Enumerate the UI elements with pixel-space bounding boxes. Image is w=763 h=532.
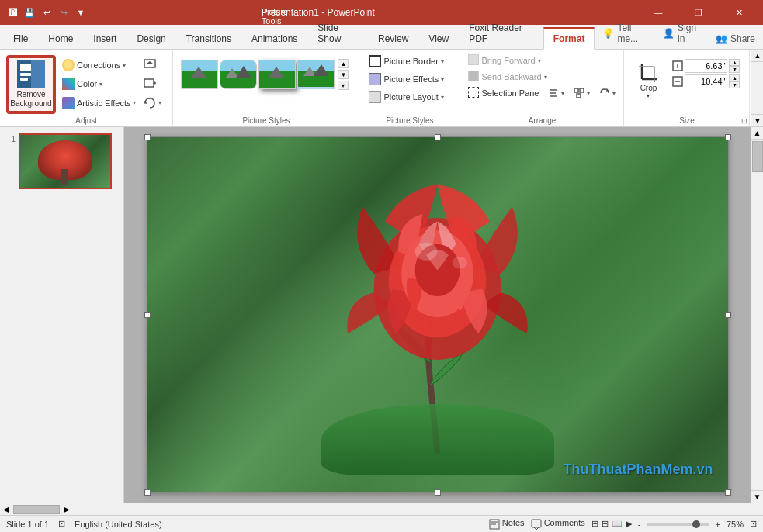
change-picture-button[interactable] xyxy=(140,76,165,92)
styles-expand[interactable]: ▾ xyxy=(338,81,349,90)
height-input[interactable] xyxy=(685,59,727,73)
compress-button[interactable] xyxy=(140,57,165,73)
redo-icon[interactable]: ↪ xyxy=(57,6,70,19)
styles-scroll-down[interactable]: ▼ xyxy=(338,70,349,79)
tell-me-area[interactable]: 💡 Tell me... xyxy=(595,18,655,49)
save-icon[interactable]: 💾 xyxy=(23,6,36,19)
bring-forward-button[interactable]: Bring Forward ▾ xyxy=(465,53,543,68)
status-bar: Slide 1 of 1 ⊡ English (United States) N… xyxy=(0,515,763,532)
group-button[interactable]: ▾ xyxy=(571,86,593,100)
tab-foxit[interactable]: Foxit Reader PDF xyxy=(459,17,543,50)
fit-slide-button[interactable]: ⊡ xyxy=(750,519,757,529)
ribbon-scroll-up[interactable]: ▲ xyxy=(751,50,763,62)
picture-style-1[interactable] xyxy=(181,60,218,89)
tab-design[interactable]: Design xyxy=(127,28,175,50)
slideshow-button[interactable]: ▶ xyxy=(626,519,632,529)
zoom-slider-thumb[interactable] xyxy=(692,520,700,528)
notes-button[interactable]: Notes xyxy=(489,518,525,529)
zoom-in-button[interactable]: + xyxy=(716,520,720,529)
size-inputs: ▲ ▼ ▲ ▼ xyxy=(668,53,744,95)
picture-style-3[interactable] xyxy=(258,60,296,89)
height-down[interactable]: ▼ xyxy=(729,66,740,73)
bring-dropdown[interactable]: ▾ xyxy=(538,57,541,64)
window-title: Presentation1 - PowerPoint Picture Tools xyxy=(262,7,501,18)
zoom-out-button[interactable]: - xyxy=(638,520,641,529)
tab-format[interactable]: Format xyxy=(543,27,595,50)
width-input[interactable] xyxy=(685,74,727,88)
remove-bg-label: Remove Background xyxy=(10,90,51,109)
align-dropdown[interactable]: ▾ xyxy=(561,90,564,97)
color-dropdown[interactable]: ▾ xyxy=(99,81,102,88)
slide-thumbnail-1[interactable] xyxy=(19,133,112,189)
group-dropdown[interactable]: ▾ xyxy=(587,90,590,97)
slide-canvas: ThuThuatPhanMem.vn xyxy=(147,136,729,493)
tab-review[interactable]: Review xyxy=(368,28,418,50)
picture-layout-button[interactable]: Picture Layout ▾ xyxy=(364,88,448,105)
reading-view-button[interactable]: 📖 xyxy=(612,519,623,529)
crop-button[interactable]: Crop ▾ xyxy=(629,53,668,109)
border-dropdown[interactable]: ▾ xyxy=(441,58,444,65)
corrections-dropdown[interactable]: ▾ xyxy=(123,62,126,69)
h-scroll-thumb[interactable] xyxy=(13,505,60,514)
width-down[interactable]: ▼ xyxy=(729,81,740,88)
selection-pane-button[interactable]: Selection Pane xyxy=(465,85,542,101)
zoom-level[interactable]: 75% xyxy=(727,520,744,529)
styles-scroll-up[interactable]: ▲ xyxy=(338,59,349,68)
svg-rect-14 xyxy=(577,94,581,98)
crop-arrow[interactable]: ▾ xyxy=(647,92,650,99)
effects-dropdown[interactable]: ▾ xyxy=(441,76,444,83)
size-group: Crop ▾ ▲ ▼ ▲ ▼ Size ⊡ xyxy=(624,50,750,126)
color-button[interactable]: Color ▾ xyxy=(59,76,139,92)
tab-animations[interactable]: Animations xyxy=(241,28,307,50)
tab-insert[interactable]: Insert xyxy=(83,28,127,50)
close-button[interactable]: ✕ xyxy=(721,0,757,25)
picture-border-icon xyxy=(369,55,381,67)
picture-effects-button[interactable]: Picture Effects ▾ xyxy=(364,71,449,88)
picture-style-4[interactable] xyxy=(297,60,335,89)
picture-border-button[interactable]: Picture Border ▾ xyxy=(364,53,448,70)
remove-background-button[interactable]: Remove Background xyxy=(8,57,54,112)
send-backward-button[interactable]: Send Backward ▾ xyxy=(465,69,550,85)
tab-view[interactable]: View xyxy=(418,28,459,50)
rotate-button[interactable]: ▾ xyxy=(596,86,619,100)
scroll-left-button[interactable]: ◀ xyxy=(0,503,12,516)
artistic-dropdown[interactable]: ▾ xyxy=(133,99,136,106)
send-dropdown[interactable]: ▾ xyxy=(544,74,547,81)
width-spinner[interactable]: ▲ ▼ xyxy=(729,74,740,88)
undo-icon[interactable]: ↩ xyxy=(40,6,53,19)
height-up[interactable]: ▲ xyxy=(729,59,740,66)
picture-style-2[interactable] xyxy=(220,60,257,89)
app-icon: 🅿 xyxy=(6,6,19,19)
scroll-down-button[interactable]: ▼ xyxy=(751,490,764,503)
size-dialog-launcher[interactable]: ⊡ xyxy=(741,117,749,125)
layout-dropdown[interactable]: ▾ xyxy=(441,94,444,101)
corrections-button[interactable]: Corrections ▾ xyxy=(59,57,139,73)
tab-slideshow[interactable]: Slide Show xyxy=(307,17,368,50)
height-spinner[interactable]: ▲ ▼ xyxy=(729,59,740,73)
rotate-dropdown[interactable]: ▾ xyxy=(612,90,616,97)
customize-icon[interactable]: ▼ xyxy=(75,6,87,19)
comments-button[interactable]: Comments xyxy=(531,518,585,529)
lightbulb-icon: 💡 xyxy=(602,28,614,39)
zoom-slider[interactable] xyxy=(647,523,709,526)
svg-rect-13 xyxy=(580,88,584,92)
ribbon-scroll-down[interactable]: ▼ xyxy=(751,114,763,126)
normal-view-button[interactable]: ⊞ xyxy=(591,519,598,529)
align-button[interactable]: ▾ xyxy=(545,86,567,100)
scroll-up-button[interactable]: ▲ xyxy=(751,127,764,140)
scroll-thumb[interactable] xyxy=(752,141,763,172)
width-up[interactable]: ▲ xyxy=(729,74,740,81)
scroll-right-button[interactable]: ▶ xyxy=(61,503,73,516)
reset-picture-button[interactable]: ▾ xyxy=(140,95,165,111)
reset-dropdown[interactable]: ▾ xyxy=(158,99,161,106)
arrange-group: Bring Forward ▾ Send Backward ▾ Selectio… xyxy=(460,50,624,126)
tab-home[interactable]: Home xyxy=(38,28,83,50)
svg-rect-6 xyxy=(144,79,154,87)
sign-in-area[interactable]: 👤 Sign in xyxy=(655,18,708,49)
share-area[interactable]: 👥 Share xyxy=(708,29,763,49)
slide-sorter-button[interactable]: ⊟ xyxy=(602,519,609,529)
artistic-effects-button[interactable]: Artistic Effects ▾ xyxy=(59,95,139,111)
tab-file[interactable]: File xyxy=(3,28,38,50)
slide-image[interactable] xyxy=(147,136,729,493)
tab-transitions[interactable]: Transitions xyxy=(176,28,241,50)
